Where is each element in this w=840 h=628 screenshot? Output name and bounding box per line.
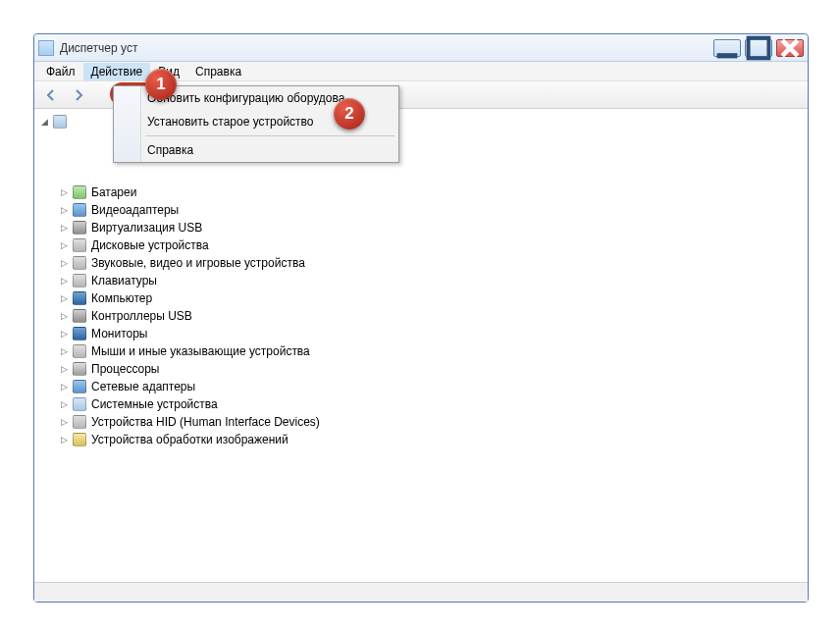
- expand-icon[interactable]: ▷: [58, 222, 70, 234]
- expand-icon[interactable]: ▷: [58, 363, 70, 375]
- tree-node-label: Мыши и иные указывающие устройства: [91, 344, 310, 358]
- tree-node[interactable]: ▷Мониторы: [58, 325, 808, 342]
- tree-node[interactable]: ▷Мыши и иные указывающие устройства: [58, 342, 808, 360]
- expand-icon[interactable]: ▷: [58, 416, 70, 428]
- menu-help[interactable]: Справка: [187, 63, 249, 80]
- close-icon: [777, 35, 803, 61]
- tree-node[interactable]: ▷Устройства обработки изображений: [58, 431, 808, 448]
- tree-node[interactable]: ▷Виртуализация USB: [58, 219, 808, 236]
- maximize-button[interactable]: [745, 39, 772, 57]
- tree-node-label: Устройства HID (Human Interface Devices): [91, 415, 320, 429]
- menu-file[interactable]: Файл: [38, 63, 83, 80]
- tree-node[interactable]: ▷Процессоры: [58, 360, 808, 378]
- window-title: Диспетчер уст: [60, 41, 137, 55]
- tree-node-label: Устройства обработки изображений: [91, 433, 289, 446]
- expand-icon[interactable]: ▷: [58, 204, 70, 216]
- svg-rect-0: [717, 53, 738, 58]
- tree-node-label: Системные устройства: [91, 397, 218, 411]
- expand-icon[interactable]: ▷: [58, 257, 70, 269]
- tree-node-label: Дисковые устройства: [91, 238, 209, 252]
- expand-icon[interactable]: ▷: [58, 345, 70, 357]
- tree-node[interactable]: ▷Устройства HID (Human Interface Devices…: [58, 413, 808, 431]
- expand-icon[interactable]: ▷: [58, 239, 70, 251]
- tree-node[interactable]: ▷Дисковые устройства: [58, 236, 808, 254]
- minimize-icon: [714, 35, 740, 61]
- back-button[interactable]: [40, 84, 62, 106]
- device-category-icon: [72, 255, 87, 271]
- tree-node[interactable]: ▷Сетевые адаптеры: [58, 378, 808, 395]
- forward-button[interactable]: [68, 84, 89, 106]
- device-category-icon: [72, 184, 87, 200]
- tree-node-label: Контроллеры USB: [91, 309, 192, 323]
- tree-node[interactable]: ▷Системные устройства: [58, 395, 808, 413]
- expand-icon[interactable]: ▷: [58, 310, 70, 322]
- expand-icon[interactable]: ▷: [58, 434, 70, 445]
- tree-node[interactable]: ▷Контроллеры USB: [58, 307, 808, 325]
- menu-action[interactable]: Действие: [83, 63, 151, 80]
- expand-icon[interactable]: ▷: [58, 398, 70, 410]
- device-category-icon: [72, 432, 87, 447]
- svg-rect-1: [749, 37, 769, 58]
- tree-children: ▷ . ▷ . ▷ . ▷Батареи▷Видеоадаптеры▷Вирту…: [38, 131, 808, 448]
- device-category-icon: [72, 273, 87, 288]
- annotation-bubble-2: 2: [334, 98, 365, 130]
- statusbar: [34, 582, 808, 602]
- device-category-icon: [72, 379, 87, 394]
- device-category-icon: [72, 220, 87, 236]
- expand-icon[interactable]: ▷: [58, 328, 70, 340]
- menu-separator: [145, 135, 394, 136]
- tree-node-label: Клавиатуры: [91, 274, 157, 288]
- tree-node[interactable]: ▷Компьютер: [58, 289, 808, 307]
- close-button[interactable]: [776, 39, 804, 57]
- device-category-icon: [72, 396, 87, 412]
- arrow-left-icon: [43, 87, 59, 103]
- tree-node-label: Звуковые, видео и игровые устройства: [91, 256, 305, 270]
- app-window: Диспетчер уст Файл Действие Вид Справка …: [33, 33, 809, 602]
- device-category-icon: [72, 308, 87, 324]
- computer-icon: [52, 114, 68, 130]
- tree-node[interactable]: ▷Клавиатуры: [58, 272, 808, 289]
- maximize-icon: [746, 35, 771, 61]
- minimize-button[interactable]: [713, 39, 741, 57]
- tree-node-label: Виртуализация USB: [91, 221, 202, 235]
- arrow-right-icon: [71, 87, 86, 103]
- expand-icon[interactable]: ▷: [58, 381, 70, 392]
- device-category-icon: [72, 361, 87, 377]
- device-category-icon: [72, 326, 87, 341]
- collapse-icon[interactable]: ◢: [38, 116, 50, 128]
- device-category-icon: [72, 343, 87, 359]
- device-category-icon: [72, 202, 87, 218]
- app-icon: [38, 40, 54, 56]
- tree-node-label: Видеоадаптеры: [91, 203, 179, 217]
- tree-node-label: Процессоры: [91, 362, 160, 376]
- tree-node[interactable]: ▷Видеоадаптеры: [58, 201, 808, 219]
- expand-icon[interactable]: ▷: [58, 186, 70, 198]
- tree-node[interactable]: ▷Батареи: [58, 183, 808, 201]
- client-area: ◢ ▷ . ▷ . ▷ .: [34, 109, 808, 602]
- device-category-icon: [72, 237, 87, 253]
- titlebar: Диспетчер уст: [34, 34, 808, 62]
- expand-icon[interactable]: ▷: [58, 275, 70, 287]
- device-category-icon: [72, 290, 87, 306]
- device-category-icon: [72, 414, 87, 430]
- tree-node-label: Батареи: [91, 185, 136, 199]
- tree-node-label: Компьютер: [91, 291, 152, 305]
- tree-node-label: Сетевые адаптеры: [91, 380, 195, 393]
- annotation-bubble-1: 1: [145, 69, 177, 100]
- device-tree[interactable]: ◢ ▷ . ▷ . ▷ .: [34, 109, 808, 582]
- tree-node[interactable]: ▷Звуковые, видео и игровые устройства: [58, 254, 808, 272]
- tree-node-label: Мониторы: [91, 327, 147, 340]
- expand-icon[interactable]: ▷: [58, 292, 70, 304]
- menu-help-item[interactable]: Справка: [114, 138, 398, 162]
